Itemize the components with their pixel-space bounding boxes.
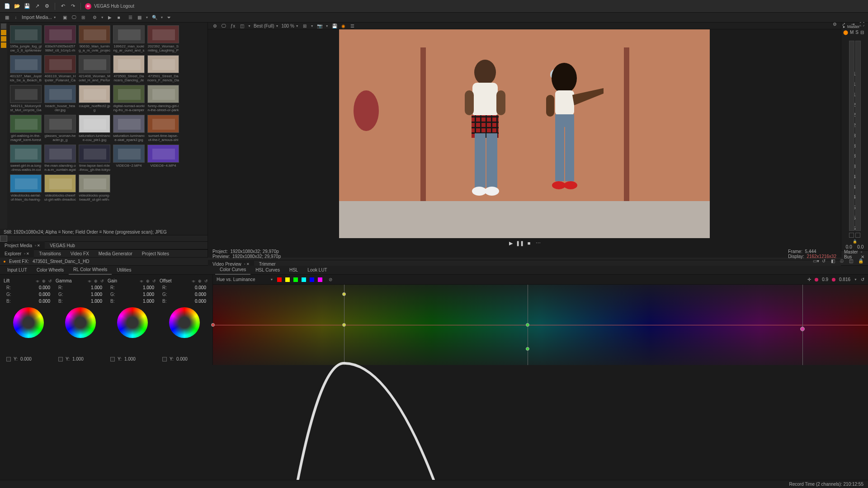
swatch-green[interactable] [293, 277, 298, 282]
color-wheel[interactable] [169, 307, 200, 338]
reset-icon[interactable]: ↺ [204, 279, 209, 283]
tab-project-media[interactable]: Project Media▫ ✕ [0, 241, 45, 249]
reset-icon[interactable]: ↺ [100, 279, 105, 283]
swatch-yellow[interactable] [285, 277, 290, 282]
list-icon[interactable]: ☰ [127, 14, 134, 21]
media-grid[interactable]: 195a_jungle_fog_glow_3_8_sphkmeavk_2160_… [7, 23, 208, 229]
bin-folder3-icon[interactable] [1, 42, 6, 48]
record-icon[interactable]: ◉ [340, 23, 347, 29]
fx-icon[interactable]: ƒx [230, 23, 236, 29]
color-wheel[interactable] [65, 307, 96, 338]
reset-icon[interactable]: ↺ [822, 258, 828, 265]
close-icon[interactable]: ▫ ✕ [861, 249, 865, 259]
play-icon[interactable]: ▶ [508, 240, 514, 246]
camera-icon[interactable]: 📷 [316, 23, 323, 29]
eyedropper-icon[interactable]: ✛ [807, 277, 811, 282]
color-wheel[interactable] [13, 307, 44, 338]
media-thumbnail[interactable]: 408119_Woman_Hipster_Polaroid_Camera_By_… [44, 55, 76, 82]
lock-icon[interactable]: 🔒 [858, 258, 864, 265]
settings-icon[interactable]: ⚙ [43, 3, 51, 10]
tab-rl-color-wheels[interactable]: RL Color Wheels [69, 266, 112, 275]
curves-editor[interactable] [213, 285, 868, 365]
curve-mode-dropdown[interactable]: Hue vs. Luminance▼ [217, 277, 274, 282]
tab-hsl-curves[interactable]: HSL Curves [251, 266, 284, 275]
curve-point-active[interactable] [800, 327, 805, 331]
media-thumbnail[interactable]: saturation-luminance-skat_epark2.jpg [113, 115, 145, 142]
compare-icon[interactable]: ◧ [831, 258, 837, 265]
media-thumbnail[interactable]: time-lapse-taxi-ride-throu_gh-the-tokyo-… [79, 145, 110, 172]
swatch-magenta[interactable] [318, 277, 322, 282]
media-thumbnail[interactable]: videoblocks-young-beautif_ul-girl-with-a… [79, 174, 110, 202]
monitor-icon[interactable]: 🖵 [221, 23, 227, 29]
split-icon[interactable]: ◫ [239, 23, 245, 29]
tab-vegas-hub[interactable]: VEGAS Hub [45, 241, 80, 249]
luma-toggle[interactable] [58, 357, 63, 361]
zoom-dropdown[interactable]: 100 %▼ [281, 23, 298, 28]
stop-icon[interactable]: ■ [116, 14, 122, 21]
grid-icon[interactable]: ⊞ [302, 23, 308, 29]
media-thumbnail[interactable]: digital-nomad-working-fro_m-a-camper-van… [113, 85, 145, 112]
folder-icon[interactable]: ▣ [62, 14, 68, 21]
adjust-icon[interactable]: ☰ [349, 23, 356, 29]
tab-project-notes[interactable]: Project Notes [137, 249, 174, 258]
curve-point[interactable] [526, 347, 529, 351]
media-thumbnail[interactable]: sweet-girl-in-a-long-dress-walks-in-colo… [10, 145, 42, 172]
close-icon[interactable]: ▫ ✕ [35, 244, 40, 248]
media-thumbnail[interactable]: 546211_Motorcyclist_Mot_orcycle_Garage_H… [10, 85, 42, 112]
media-thumbnail[interactable]: 195a_jungle_fog_glow_3_8_sphkmeavk_2160_… [10, 25, 42, 52]
video-viewport[interactable] [208, 29, 841, 238]
stop-icon[interactable]: ■ [526, 240, 532, 246]
slider-icon[interactable]: ⟚ [140, 279, 144, 283]
screen-icon[interactable]: 🖵 [71, 14, 77, 21]
redo-icon[interactable]: ↷ [69, 3, 76, 10]
swatch-blue[interactable] [310, 277, 314, 282]
media-thumbnail[interactable]: VIDEO8~2.MP4 [113, 145, 145, 172]
media-thumbnail[interactable]: 90630_Man_turning_a_m_ovie_projector_len… [79, 25, 110, 52]
open-icon[interactable]: 📂 [14, 3, 21, 10]
import-icon[interactable]: ↓ [13, 14, 19, 21]
media-thumbnail[interactable]: videoblocks-cheerful-girl-with-dreadlock… [44, 174, 76, 202]
vegas-hub-badge[interactable]: H [85, 3, 91, 9]
tab-video-fx[interactable]: Video FX [66, 249, 94, 258]
media-thumbnail[interactable]: saturation-luminance-cou_ple1.jpg [79, 115, 110, 142]
luma-toggle[interactable] [162, 357, 167, 361]
reset-curve-icon[interactable]: ↺ [861, 277, 864, 282]
reset-icon[interactable]: ↺ [48, 279, 53, 283]
meter-gauge-icon[interactable] [855, 233, 860, 238]
import-media-dropdown[interactable]: Import Media...▼ [22, 15, 57, 20]
media-thumbnail[interactable]: videoblocks-aerial-of-frien_ds-having-pa… [10, 174, 42, 202]
media-thumbnail[interactable]: VIDEO8~4.MP4 [147, 145, 179, 172]
luma-toggle[interactable] [6, 357, 11, 361]
eyedropper-icon[interactable]: ⦾ [840, 258, 846, 265]
bin-folder1-icon[interactable] [1, 30, 6, 35]
save-snap-icon[interactable]: 💾 [331, 23, 338, 29]
tab-input-lut[interactable]: Input LUT [3, 266, 32, 275]
filter-icon[interactable]: ⏷ [166, 14, 172, 21]
search-icon[interactable]: 🔍 [151, 14, 158, 21]
quality-dropdown[interactable]: Best (Full)▼ [254, 23, 279, 28]
gear-icon[interactable]: ⚙ [833, 22, 839, 28]
tab-look-lut[interactable]: Look LUT [303, 266, 331, 275]
maximize-icon[interactable]: ⛶ [860, 22, 866, 28]
save-icon[interactable]: 💾 [24, 3, 31, 10]
slider-icon[interactable]: ⟚ [36, 279, 40, 283]
media-thumbnail[interactable]: beach_house_header.jpg [44, 85, 76, 112]
media-thumbnail[interactable]: sunset-time-lapse-of-the-f_amous-shinto-… [147, 115, 179, 142]
curve-y-value[interactable]: 0.816 [839, 277, 850, 282]
new-icon[interactable]: 📄 [4, 3, 11, 10]
tab-media-generator[interactable]: Media Generator [94, 249, 137, 258]
media-thumbnail[interactable]: funny-dancing-girl-in-the-street-or-park… [147, 85, 179, 112]
collapse-icon[interactable]: ⇥ [851, 22, 857, 28]
tab-color-wheels[interactable]: Color Wheels [32, 266, 68, 275]
bin-folder2-icon[interactable] [1, 36, 6, 42]
curve-x-value[interactable]: 0.9 [822, 277, 828, 282]
media-thumbnail[interactable]: 473500_Street_Dancers_Dancing_Jeans_Legs… [113, 55, 145, 82]
slider-icon[interactable]: ⟚ [88, 279, 92, 283]
luma-toggle[interactable] [110, 357, 115, 361]
target-icon[interactable]: ⊕ [94, 279, 99, 283]
share-icon[interactable]: ↗ [33, 3, 41, 10]
curve-point[interactable] [526, 323, 529, 327]
tab-utilities[interactable]: Utilities [112, 266, 136, 275]
bin-all-icon[interactable] [1, 23, 6, 29]
media-thumbnail[interactable]: 202392_Woman_Smiling_Laughing_Projector_… [147, 25, 179, 52]
